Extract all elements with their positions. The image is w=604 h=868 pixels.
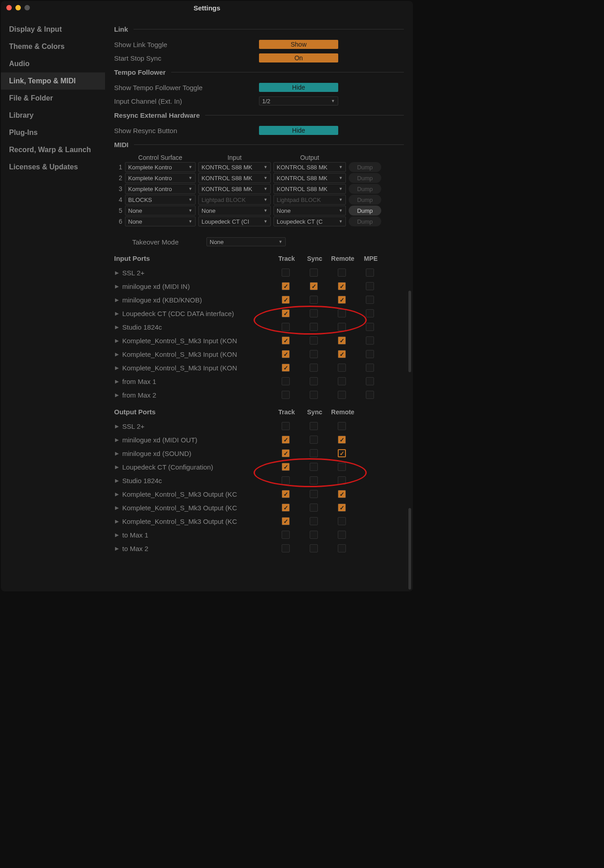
remote-checkbox[interactable] <box>338 391 346 399</box>
takeover-mode-dropdown[interactable]: None▼ <box>206 237 286 246</box>
sidebar-item[interactable]: Library <box>1 107 105 124</box>
remote-checkbox[interactable] <box>338 336 346 345</box>
disclosure-icon[interactable]: ▶ <box>114 283 122 289</box>
remote-checkbox[interactable] <box>338 364 346 372</box>
sidebar-item[interactable]: Link, Tempo & MIDI <box>1 72 105 90</box>
mpe-checkbox[interactable] <box>366 323 374 331</box>
sidebar-item[interactable]: Display & Input <box>1 21 105 38</box>
mpe-checkbox[interactable] <box>366 364 374 372</box>
track-checkbox[interactable] <box>282 269 290 277</box>
sync-checkbox[interactable] <box>310 504 318 512</box>
disclosure-icon[interactable]: ▶ <box>114 478 122 484</box>
sync-checkbox[interactable] <box>310 544 318 552</box>
disclosure-icon[interactable]: ▶ <box>114 518 122 524</box>
sync-checkbox[interactable] <box>310 282 318 290</box>
disclosure-icon[interactable]: ▶ <box>114 423 122 429</box>
disclosure-icon[interactable]: ▶ <box>114 464 122 470</box>
sync-checkbox[interactable] <box>310 323 318 331</box>
track-checkbox[interactable] <box>282 463 290 471</box>
mpe-checkbox[interactable] <box>366 296 374 304</box>
maximize-icon[interactable] <box>24 5 30 10</box>
sync-checkbox[interactable] <box>310 490 318 498</box>
dump-button[interactable]: Dump <box>349 162 381 172</box>
sync-checkbox[interactable] <box>310 309 318 317</box>
sync-checkbox[interactable] <box>310 350 318 358</box>
disclosure-icon[interactable]: ▶ <box>114 546 122 551</box>
track-checkbox[interactable] <box>282 449 290 457</box>
midi-input-dropdown[interactable]: Loupedeck CT (CI▼ <box>198 216 271 226</box>
remote-checkbox[interactable] <box>338 544 346 552</box>
track-checkbox[interactable] <box>282 504 290 512</box>
mpe-checkbox[interactable] <box>366 391 374 399</box>
track-checkbox[interactable] <box>282 490 290 498</box>
remote-checkbox[interactable] <box>338 296 346 304</box>
midi-input-dropdown[interactable]: None▼ <box>198 206 271 216</box>
disclosure-icon[interactable]: ▶ <box>114 311 122 317</box>
control-surface-dropdown[interactable]: Komplete Kontro▼ <box>125 173 196 183</box>
remote-checkbox[interactable] <box>338 269 346 277</box>
sync-checkbox[interactable] <box>310 296 318 304</box>
sync-checkbox[interactable] <box>310 336 318 345</box>
sync-checkbox[interactable] <box>310 377 318 385</box>
dump-button[interactable]: Dump <box>349 216 381 226</box>
remote-checkbox[interactable] <box>338 517 346 525</box>
sync-checkbox[interactable] <box>310 517 318 525</box>
sync-checkbox[interactable] <box>310 269 318 277</box>
dump-button[interactable]: Dump <box>349 184 381 194</box>
disclosure-icon[interactable]: ▶ <box>114 532 122 538</box>
sync-checkbox[interactable] <box>310 463 318 471</box>
remote-checkbox[interactable] <box>338 377 346 385</box>
sidebar-item[interactable]: Plug-Ins <box>1 124 105 141</box>
disclosure-icon[interactable]: ▶ <box>114 437 122 443</box>
track-checkbox[interactable] <box>282 364 290 372</box>
track-checkbox[interactable] <box>282 296 290 304</box>
track-checkbox[interactable] <box>282 531 290 539</box>
track-checkbox[interactable] <box>282 436 290 444</box>
scrollbar[interactable] <box>408 291 411 372</box>
disclosure-icon[interactable]: ▶ <box>114 365 122 371</box>
track-checkbox[interactable] <box>282 422 290 430</box>
sync-checkbox[interactable] <box>310 422 318 430</box>
midi-output-dropdown[interactable]: Loupedeck CT (C▼ <box>273 216 346 226</box>
disclosure-icon[interactable]: ▶ <box>114 505 122 511</box>
track-checkbox[interactable] <box>282 282 290 290</box>
remote-checkbox[interactable] <box>338 309 346 317</box>
control-surface-dropdown[interactable]: BLOCKS▼ <box>125 195 196 205</box>
track-checkbox[interactable] <box>282 323 290 331</box>
start-stop-sync-toggle[interactable]: On <box>259 53 338 62</box>
midi-output-dropdown[interactable]: None▼ <box>273 206 346 216</box>
track-checkbox[interactable] <box>282 377 290 385</box>
scrollbar[interactable] <box>408 508 411 590</box>
control-surface-dropdown[interactable]: Komplete Kontro▼ <box>125 162 196 172</box>
disclosure-icon[interactable]: ▶ <box>114 351 122 357</box>
midi-output-dropdown[interactable]: KONTROL S88 MK▼ <box>273 173 346 183</box>
remote-checkbox[interactable] <box>338 476 346 484</box>
show-link-toggle[interactable]: Show <box>259 40 338 49</box>
show-resync-toggle[interactable]: Hide <box>259 126 338 135</box>
disclosure-icon[interactable]: ▶ <box>114 451 122 456</box>
track-checkbox[interactable] <box>282 309 290 317</box>
control-surface-dropdown[interactable]: None▼ <box>125 216 196 226</box>
remote-checkbox[interactable] <box>338 436 346 444</box>
close-icon[interactable] <box>6 5 12 10</box>
dump-button[interactable]: Dump <box>349 173 381 183</box>
sidebar-item[interactable]: Licenses & Updates <box>1 158 105 176</box>
mpe-checkbox[interactable] <box>366 377 374 385</box>
minimize-icon[interactable] <box>15 5 21 10</box>
track-checkbox[interactable] <box>282 517 290 525</box>
sync-checkbox[interactable] <box>310 364 318 372</box>
midi-input-dropdown[interactable]: KONTROL S88 MK▼ <box>198 184 271 194</box>
mpe-checkbox[interactable] <box>366 309 374 317</box>
track-checkbox[interactable] <box>282 336 290 345</box>
sync-checkbox[interactable] <box>310 391 318 399</box>
sync-checkbox[interactable] <box>310 531 318 539</box>
midi-output-dropdown[interactable]: Lightpad BLOCK▼ <box>273 195 346 205</box>
track-checkbox[interactable] <box>282 476 290 484</box>
remote-checkbox[interactable] <box>338 531 346 539</box>
sync-checkbox[interactable] <box>310 436 318 444</box>
control-surface-dropdown[interactable]: None▼ <box>125 206 196 216</box>
mpe-checkbox[interactable] <box>366 282 374 290</box>
dump-button[interactable]: Dump <box>349 195 381 205</box>
track-checkbox[interactable] <box>282 350 290 358</box>
disclosure-icon[interactable]: ▶ <box>114 379 122 384</box>
